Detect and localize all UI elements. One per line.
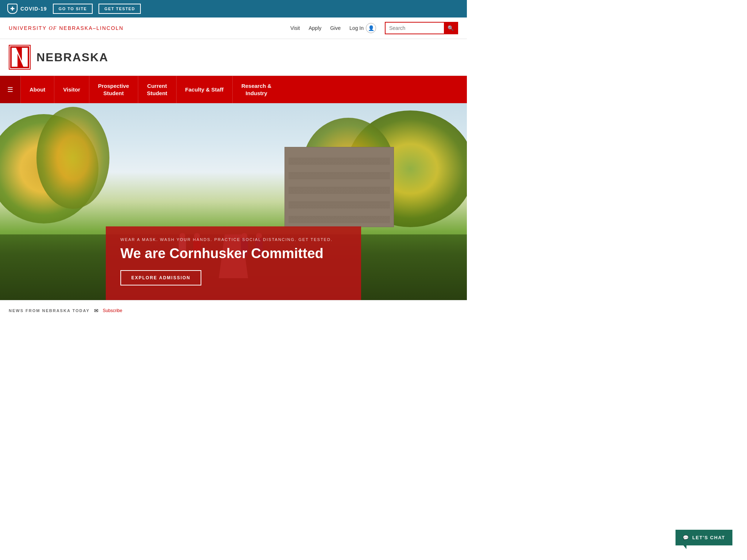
get-tested-button[interactable]: GET TESTED: [98, 4, 141, 14]
hero-tagline: WEAR A MASK. WASH YOUR HANDS. PRACTICE S…: [120, 237, 347, 242]
nav-item-current-student-label: CurrentStudent: [147, 82, 167, 97]
nav-item-faculty-staff[interactable]: Faculty & Staff: [176, 76, 232, 103]
news-label: NEWS FROM NEBRASKA TODAY: [9, 308, 90, 313]
hero-overlay: WEAR A MASK. WASH YOUR HANDS. PRACTICE S…: [106, 226, 361, 300]
nav-item-visitor[interactable]: Visitor: [54, 76, 89, 103]
nav-item-about[interactable]: About: [20, 76, 54, 103]
covid-text: COVID-19: [20, 6, 47, 12]
shield-icon: ✚: [7, 4, 18, 14]
user-icon: 👤: [366, 23, 376, 33]
main-nav: ☰ About Visitor ProspectiveStudent Curre…: [0, 76, 467, 103]
unl-wordmark: UNIVERSITY of NEBRASKA–LINCOLN: [9, 25, 124, 31]
nav-item-research-industry[interactable]: Research &Industry: [232, 76, 280, 103]
visit-link[interactable]: Visit: [290, 25, 300, 31]
tree-left2: [36, 107, 109, 209]
hamburger-icon: ☰: [7, 86, 13, 94]
nav-item-prospective-student-label: ProspectiveStudent: [98, 82, 129, 97]
covid-label: ✚ COVID-19: [7, 4, 47, 14]
nebraska-text: NEBRASKA: [36, 51, 108, 64]
email-icon: ✉: [94, 308, 98, 314]
login-label: Log In: [349, 25, 364, 31]
bottom-bar: NEWS FROM NEBRASKA TODAY ✉ Subscribe: [0, 300, 467, 321]
nav-item-prospective-student[interactable]: ProspectiveStudent: [89, 76, 138, 103]
hero-headline: We are Cornhusker Committed: [120, 246, 347, 261]
logo-bar: NEBRASKA: [0, 39, 467, 76]
top-nav: UNIVERSITY of NEBRASKA–LINCOLN Visit App…: [0, 18, 467, 39]
search-box: 🔍: [385, 22, 458, 34]
login-section[interactable]: Log In 👤: [349, 23, 376, 33]
n-logo: [9, 45, 31, 70]
apply-link[interactable]: Apply: [309, 25, 321, 31]
subscribe-link[interactable]: Subscribe: [103, 308, 122, 313]
building: [285, 147, 394, 227]
hero: WEAR A MASK. WASH YOUR HANDS. PRACTICE S…: [0, 103, 467, 300]
top-nav-right: Visit Apply Give Log In 👤 🔍: [290, 22, 458, 34]
nav-item-research-industry-label: Research &Industry: [241, 82, 272, 97]
search-input[interactable]: [386, 23, 444, 33]
covid-banner: ✚ COVID-19 GO TO SITE GET TESTED: [0, 0, 467, 18]
give-link[interactable]: Give: [330, 25, 341, 31]
nav-item-current-student[interactable]: CurrentStudent: [138, 76, 176, 103]
hamburger-button[interactable]: ☰: [0, 76, 20, 103]
go-to-site-button[interactable]: GO TO SITE: [53, 4, 93, 14]
explore-admission-button[interactable]: EXPLORE ADMISSION: [120, 270, 201, 285]
search-button[interactable]: 🔍: [444, 23, 457, 34]
